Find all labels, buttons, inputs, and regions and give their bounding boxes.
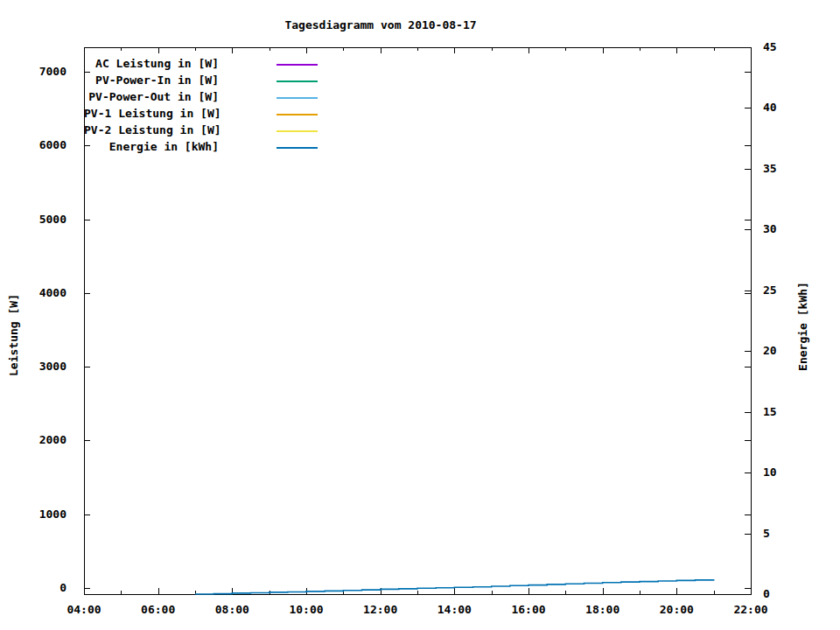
legend-row: PV-Power-In in [W] (84, 72, 318, 88)
y-right-tick-label: 35 (763, 163, 777, 174)
legend-label: Energie in [kWh] (84, 140, 219, 153)
x-axis-tick-label: 22:00 (724, 604, 777, 615)
x-axis-tick-label: 18:00 (577, 604, 629, 615)
legend-line-sample (276, 88, 318, 105)
legend-label: PV-Power-In in [W] (84, 74, 219, 87)
legend-line-sample (276, 72, 318, 88)
legend-line-sample (276, 105, 318, 122)
legend-row: Energie in [kWh] (84, 138, 318, 155)
y-left-tick-label: 2000 (5, 434, 66, 445)
legend-label: PV-Power-Out in [W] (84, 90, 219, 103)
x-axis-tick-label: 06:00 (132, 604, 185, 615)
y-right-tick-label: 45 (763, 41, 777, 52)
legend-row: AC Leistung in [W] (84, 55, 318, 72)
legend-line-sample (276, 122, 318, 138)
y-left-tick-label: 7000 (5, 66, 66, 77)
legend-label: PV-1 Leistung in [W] (84, 107, 219, 120)
legend-row: PV-2 Leistung in [W] (84, 122, 318, 138)
legend-label: AC Leistung in [W] (84, 57, 219, 70)
legend: AC Leistung in [W]PV-Power-In in [W]PV-P… (84, 55, 318, 155)
y-right-tick-label: 30 (763, 223, 777, 234)
y-left-tick-label: 0 (5, 582, 66, 593)
y-right-tick-label: 25 (763, 284, 777, 296)
y-left-tick-label: 6000 (5, 139, 66, 150)
y-right-tick-label: 10 (763, 466, 777, 478)
x-axis-tick-label: 12:00 (354, 604, 407, 615)
y-right-tick-label: 5 (763, 528, 770, 539)
x-axis-tick-label: 08:00 (206, 604, 258, 615)
y-right-tick-label: 20 (763, 345, 777, 356)
x-axis-tick-label: 20:00 (650, 604, 703, 615)
chart-page: { "title": "Tagesdiagramm vom 2010-08-17… (0, 0, 840, 630)
y-right-tick-label: 40 (763, 102, 777, 113)
y-left-tick-label: 5000 (5, 214, 66, 225)
legend-line-sample (276, 138, 318, 155)
y-left-tick-label: 4000 (5, 287, 66, 298)
x-axis-tick-label: 16:00 (502, 604, 555, 615)
y-right-tick-label: 0 (763, 588, 770, 599)
x-axis-tick-label: 14:00 (428, 604, 480, 615)
legend-line-sample (276, 55, 318, 72)
legend-label: PV-2 Leistung in [W] (84, 123, 219, 136)
legend-row: PV-Power-Out in [W] (84, 88, 318, 105)
y-left-tick-label: 3000 (5, 360, 66, 372)
x-axis-tick-label: 04:00 (58, 604, 110, 615)
y-right-tick-label: 15 (763, 406, 777, 417)
x-axis-tick-label: 10:00 (280, 604, 332, 615)
legend-row: PV-1 Leistung in [W] (84, 105, 318, 122)
y-left-tick-label: 1000 (5, 508, 66, 520)
